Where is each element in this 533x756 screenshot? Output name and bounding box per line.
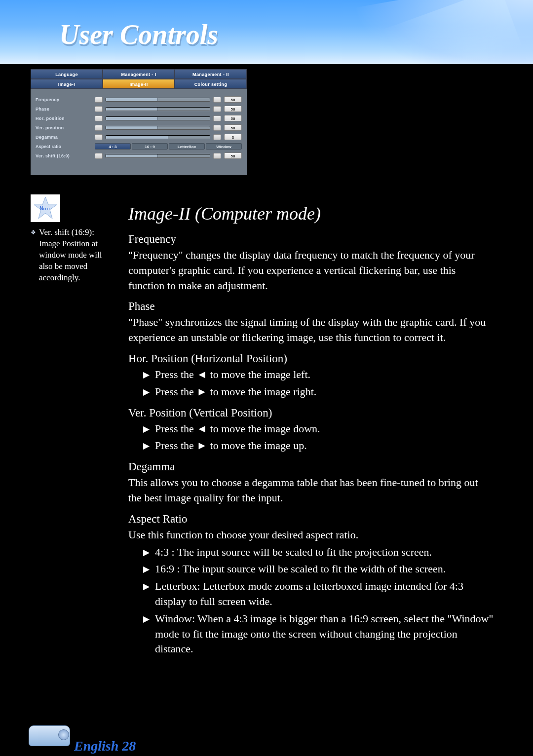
row-hpos[interactable]: Hor. position 50: [36, 113, 242, 123]
aspect-letterbox[interactable]: LetterBox: [169, 143, 205, 150]
hpos-item-2: ▶ Press the ► to move the image right.: [143, 384, 494, 400]
aspect-4-3[interactable]: 4 : 3: [95, 143, 131, 150]
tab-management-2[interactable]: Management - II: [175, 69, 247, 79]
degamma-heading: Degamma: [128, 460, 494, 473]
vpos-value: 50: [224, 124, 242, 131]
degamma-left-icon: [95, 134, 103, 140]
aspect-item-2: ▶ 16:9 : The input source will be scaled…: [143, 562, 494, 577]
arrow-icon: ▶: [143, 441, 155, 451]
degamma-text: This allows you to choose a degamma tabl…: [128, 475, 494, 506]
vpos-heading: Ver. Position (Vertical Position): [128, 407, 494, 419]
degamma-right-icon: [213, 134, 221, 140]
vshift-right-icon: [213, 153, 221, 159]
arrow-icon: ▶: [143, 564, 155, 574]
side-note-text: Ver. shift (16:9): Image Position at win…: [39, 227, 114, 284]
aspect-16-9[interactable]: 16 : 9: [132, 143, 168, 150]
row-aspect-label: Aspect ratio: [36, 144, 95, 149]
hpos-right-icon: [213, 115, 221, 121]
note-star-label: NOTE: [39, 206, 51, 211]
hpos-slider[interactable]: [106, 116, 210, 120]
arrow-icon: ▶: [143, 370, 155, 380]
row-vpos-label: Ver. position: [36, 125, 95, 130]
arrow-icon: ▶: [143, 547, 155, 558]
row-vshift[interactable]: Ver. shift (16:9) 50: [36, 151, 242, 160]
side-note: ❖ Ver. shift (16:9): Image Position at w…: [31, 227, 114, 284]
aspect-item-3: ▶ Letterbox: Letterbox mode zooms a lett…: [143, 579, 494, 609]
row-frequency-label: Frequency: [36, 97, 95, 102]
frequency-right-icon: [213, 97, 221, 103]
row-degamma-label: Degamma: [36, 135, 95, 140]
footer-page: 28: [122, 738, 136, 754]
arrow-icon: ▶: [143, 614, 155, 624]
aspect-text: Use this function to choose your desired…: [128, 528, 494, 543]
phase-right-icon: [213, 106, 221, 112]
frequency-value: 50: [224, 96, 242, 103]
arrow-icon: ▶: [143, 387, 155, 397]
phase-slider[interactable]: [106, 107, 210, 111]
footer: English 28: [25, 720, 136, 754]
aspect-options: 4 : 3 16 : 9 LetterBox Window: [95, 143, 242, 150]
tab-image-2[interactable]: Image-II: [103, 79, 175, 89]
content-body: Image-II (Computer mode) Frequency "Freq…: [128, 203, 494, 657]
row-hpos-label: Hor. position: [36, 116, 95, 121]
vshift-slider[interactable]: [106, 154, 210, 158]
phase-value: 50: [224, 106, 242, 112]
aspect-item-4-text: Window: When a 4:3 image is bigger than …: [155, 611, 494, 657]
tab-language[interactable]: Language: [31, 69, 103, 79]
vpos-left-icon: [95, 125, 103, 131]
aspect-heading: Aspect Ratio: [128, 513, 494, 526]
vshift-left-icon: [95, 153, 103, 159]
aspect-item-3-text: Letterbox: Letterbox mode zooms a letter…: [155, 579, 494, 609]
tab-colour-setting[interactable]: Colour setting: [175, 79, 247, 89]
header-title: User Controls: [59, 19, 218, 50]
vpos-right-icon: [213, 125, 221, 131]
hpos-heading: Hor. Position (Horizontal Position): [128, 352, 494, 365]
row-vpos[interactable]: Ver. position 50: [36, 123, 242, 132]
note-star-icon: NOTE: [31, 194, 60, 222]
row-degamma[interactable]: Degamma 3: [36, 132, 242, 142]
footer-text: English 28: [74, 738, 136, 754]
vpos-item-1-text: Press the ◄ to move the image down.: [155, 421, 320, 437]
tab-image-1[interactable]: Image-I: [31, 79, 103, 89]
arrow-icon: ▶: [143, 581, 155, 592]
row-phase[interactable]: Phase 50: [36, 104, 242, 113]
frequency-text: "Frequency" changes the display data fre…: [128, 248, 494, 293]
phase-text: "Phase" synchronizes the signal timing o…: [128, 315, 494, 345]
arrow-icon: ▶: [143, 424, 155, 434]
osd-menu-panel: Language Management - I Management - II …: [31, 69, 247, 175]
hpos-item-2-text: Press the ► to move the image right.: [155, 384, 316, 400]
row-aspect[interactable]: Aspect ratio 4 : 3 16 : 9 LetterBox Wind…: [36, 142, 242, 151]
phase-heading: Phase: [128, 300, 494, 313]
projector-icon: [25, 720, 74, 754]
hpos-value: 50: [224, 115, 242, 121]
hpos-left-icon: [95, 115, 103, 121]
aspect-item-4: ▶ Window: When a 4:3 image is bigger tha…: [143, 611, 494, 657]
row-phase-label: Phase: [36, 107, 95, 112]
vpos-item-1: ▶ Press the ◄ to move the image down.: [143, 421, 494, 437]
vpos-item-2: ▶ Press the ► to move the image up.: [143, 438, 494, 454]
row-vshift-label: Ver. shift (16:9): [36, 153, 95, 158]
tab-management-1[interactable]: Management - I: [103, 69, 175, 79]
menu-tabs-row-2: Image-I Image-II Colour setting: [31, 79, 247, 89]
footer-language: English: [74, 738, 118, 754]
section-title: Image-II (Computer mode): [128, 203, 494, 224]
aspect-window[interactable]: Window: [206, 143, 242, 150]
aspect-item-1: ▶ 4:3 : The input source will be scaled …: [143, 545, 494, 560]
frequency-slider[interactable]: [106, 98, 210, 102]
hpos-item-1-text: Press the ◄ to move the image left.: [155, 367, 310, 382]
frequency-heading: Frequency: [128, 233, 494, 246]
menu-body: Frequency 50 Phase 50 Hor. position 50 V…: [31, 89, 247, 175]
diamond-bullet-icon: ❖: [31, 228, 36, 284]
degamma-value: 3: [224, 134, 242, 140]
row-frequency[interactable]: Frequency 50: [36, 95, 242, 104]
aspect-item-2-text: 16:9 : The input source will be scaled t…: [155, 562, 446, 577]
degamma-slider[interactable]: [106, 135, 210, 139]
vpos-slider[interactable]: [106, 126, 210, 130]
menu-tabs-row-1: Language Management - I Management - II: [31, 69, 247, 79]
vshift-value: 50: [224, 152, 242, 159]
aspect-item-1-text: 4:3 : The input source will be scaled to…: [155, 545, 432, 560]
vpos-item-2-text: Press the ► to move the image up.: [155, 438, 307, 454]
hpos-item-1: ▶ Press the ◄ to move the image left.: [143, 367, 494, 382]
frequency-left-icon: [95, 97, 103, 103]
phase-left-icon: [95, 106, 103, 112]
